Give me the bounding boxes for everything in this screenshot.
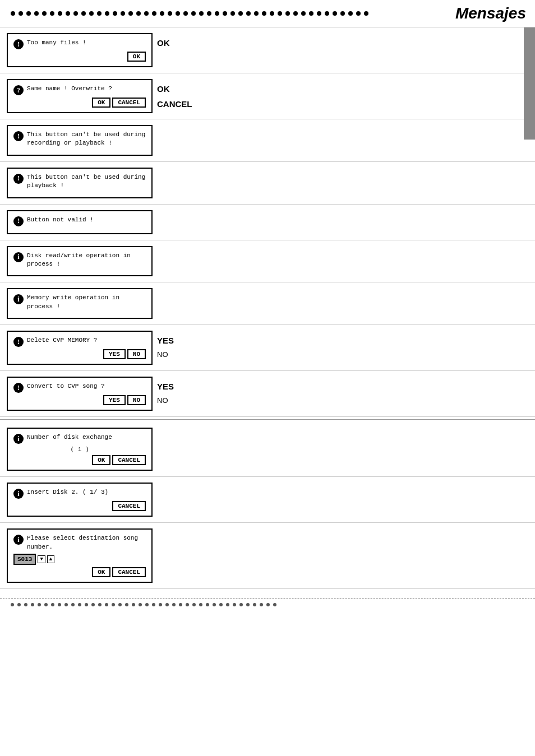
messages-list-2: iNumber of disk exchange( 1 )OKCANCELiIn… <box>0 422 535 589</box>
dialog-text-delete-cvp-memory: Delete CVP MEMORY ? <box>27 336 97 345</box>
message-row-convert-to-cvp-song: !Convert to CVP song ?YESNOYESNO <box>0 371 535 417</box>
dialog-text-memory-write: Memory write operation in process ! <box>27 294 146 311</box>
info-icon: i <box>13 294 24 304</box>
dialog-text-button-cant-be-used-playback: This button can't be used during playbac… <box>27 173 146 191</box>
message-row-button-cant-be-used-playback: !This button can't be used during playba… <box>0 162 535 205</box>
dialog-text-too-many-files: Too many files ! <box>27 39 86 47</box>
message-desc-button-cant-be-used-recording <box>153 125 157 127</box>
dialog-text-disk-read-write: Disk read/write operation in process ! <box>27 252 146 269</box>
message-desc-button-not-valid <box>153 210 157 212</box>
dialog-memory-write: iMemory write operation in process ! <box>7 288 153 319</box>
exclaim-icon: ! <box>13 216 24 226</box>
page-title: Mensajes <box>446 4 526 22</box>
dialog-text-button-not-valid: Button not valid ! <box>27 216 94 224</box>
dialog-text-insert-disk: Insert Disk 2. ( 1/ 3) <box>27 488 108 497</box>
info-icon: i <box>13 489 24 499</box>
btn-no-convert-to-cvp-song[interactable]: NO <box>127 395 146 405</box>
btn-ok-please-select-destination[interactable]: OK <box>92 567 110 577</box>
btn-cancel-insert-disk[interactable]: CANCEL <box>112 501 146 511</box>
exclaim-icon: ! <box>13 337 24 347</box>
message-row-please-select-destination: iPlease select destination song number.S… <box>0 523 535 589</box>
dialog-text-same-name-overwrite: Same name ! Overwrite ? <box>27 85 112 93</box>
message-row-delete-cvp-memory: !Delete CVP MEMORY ?YESNOYESNO <box>0 325 535 371</box>
dialog-text-please-select-destination: Please select destination song number. <box>27 534 146 551</box>
message-desc-number-of-disk-exchange <box>153 428 157 430</box>
dialog-text-convert-to-cvp-song: Convert to CVP song ? <box>27 382 105 391</box>
message-desc-insert-disk <box>153 483 157 485</box>
dialog-text-number-of-disk-exchange: Number of disk exchange <box>27 433 112 442</box>
dialog-button-cant-be-used-recording: !This button can't be used during record… <box>7 125 153 156</box>
info-icon: i <box>13 252 24 262</box>
footer-dots-decoration <box>0 598 535 611</box>
btn-ok-too-many-files[interactable]: OK <box>127 52 146 62</box>
number-down-button[interactable]: ▼ <box>38 555 45 563</box>
dialog-convert-to-cvp-song: !Convert to CVP song ?YESNO <box>7 377 153 411</box>
dialog-button-cant-be-used-playback: !This button can't be used during playba… <box>7 168 153 198</box>
dialog-too-many-files: !Too many files !OK <box>7 33 153 67</box>
dialog-disk-read-write: iDisk read/write operation in process ! <box>7 246 153 277</box>
message-row-same-name-overwrite: ?Same name ! Overwrite ?OKCANCELOKCANCEL <box>0 73 535 119</box>
message-desc-memory-write <box>153 288 157 290</box>
page-header: Mensajes <box>0 0 535 27</box>
side-tab <box>524 27 535 140</box>
message-row-number-of-disk-exchange: iNumber of disk exchange( 1 )OKCANCEL <box>0 422 535 477</box>
btn-cancel-same-name-overwrite[interactable]: CANCEL <box>112 98 146 108</box>
message-row-button-not-valid: !Button not valid ! <box>0 205 535 240</box>
exclaim-icon: ! <box>13 383 24 393</box>
info-icon: i <box>13 535 24 545</box>
message-row-insert-disk: iInsert Disk 2. ( 1/ 3)CANCEL <box>0 477 535 523</box>
message-desc-button-cant-be-used-playback <box>153 168 157 170</box>
dialog-delete-cvp-memory: !Delete CVP MEMORY ?YESNO <box>7 331 153 365</box>
dialog-button-not-valid: !Button not valid ! <box>7 210 153 234</box>
btn-cancel-please-select-destination[interactable]: CANCEL <box>112 567 146 577</box>
question-icon: ? <box>13 85 24 95</box>
number-display: S013 <box>13 554 36 565</box>
btn-no-delete-cvp-memory[interactable]: NO <box>127 349 146 359</box>
btn-yes-convert-to-cvp-song[interactable]: YES <box>103 395 126 405</box>
header-dots-decoration <box>9 11 446 16</box>
message-desc-please-select-destination <box>153 528 157 531</box>
message-row-memory-write: iMemory write operation in process ! <box>0 282 535 325</box>
dialog-text-button-cant-be-used-recording: This button can't be used during recordi… <box>27 131 146 148</box>
exclaim-icon: ! <box>13 131 24 141</box>
message-desc-delete-cvp-memory: YESNO <box>153 331 174 361</box>
dialog-please-select-destination: iPlease select destination song number.S… <box>7 528 153 583</box>
info-icon: i <box>13 434 24 444</box>
number-up-button[interactable]: ▲ <box>47 555 54 563</box>
btn-ok-number-of-disk-exchange[interactable]: OK <box>92 455 110 465</box>
dialog-number-of-disk-exchange: iNumber of disk exchange( 1 )OKCANCEL <box>7 428 153 471</box>
dialog-same-name-overwrite: ?Same name ! Overwrite ?OKCANCEL <box>7 79 153 113</box>
btn-cancel-number-of-disk-exchange[interactable]: CANCEL <box>112 455 146 465</box>
message-desc-same-name-overwrite: OKCANCEL <box>153 79 192 112</box>
btn-ok-same-name-overwrite[interactable]: OK <box>92 98 110 108</box>
btn-yes-delete-cvp-memory[interactable]: YES <box>103 349 126 359</box>
exclaim-icon: ! <box>13 174 24 184</box>
message-desc-convert-to-cvp-song: YESNO <box>153 377 174 407</box>
exclaim-icon: ! <box>13 39 24 49</box>
messages-list: !Too many files !OKOK?Same name ! Overwr… <box>0 27 535 417</box>
dialog-insert-disk: iInsert Disk 2. ( 1/ 3)CANCEL <box>7 483 153 517</box>
message-row-too-many-files: !Too many files !OKOK <box>0 27 535 73</box>
message-row-disk-read-write: iDisk read/write operation in process ! <box>0 240 535 283</box>
message-row-button-cant-be-used-recording: !This button can't be used during record… <box>0 119 535 162</box>
message-desc-too-many-files: OK <box>153 33 170 50</box>
message-desc-disk-read-write <box>153 246 157 248</box>
